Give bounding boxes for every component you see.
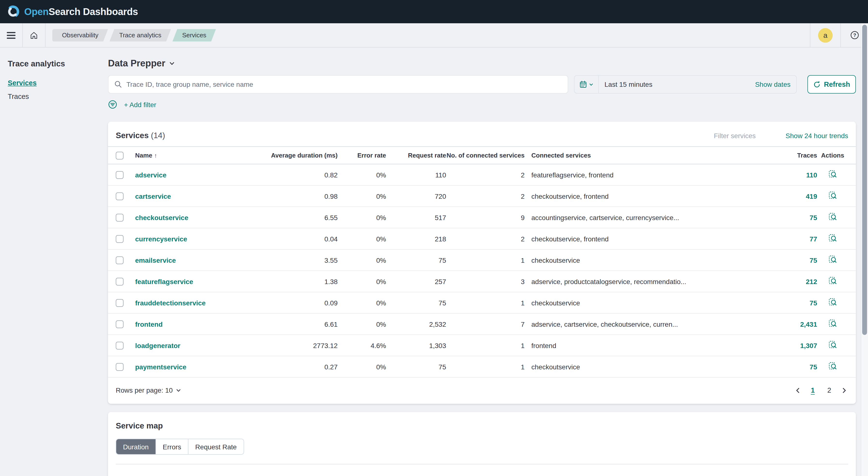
filter-icon[interactable] (108, 100, 117, 109)
show-trends-link[interactable]: Show 24 hour trends (786, 131, 848, 139)
row-checkbox[interactable] (116, 192, 124, 200)
row-checkbox[interactable] (116, 342, 124, 350)
error-rate-value: 0% (338, 171, 386, 179)
col-header-connected-services[interactable]: Connected services (525, 152, 759, 159)
datasource-label: Data Prepper (108, 58, 165, 69)
inspect-traces-icon[interactable] (828, 170, 837, 178)
refresh-icon (813, 81, 820, 88)
row-checkbox[interactable] (116, 171, 124, 179)
inspect-traces-icon[interactable] (828, 191, 837, 200)
menu-button[interactable] (0, 23, 22, 47)
home-button[interactable] (23, 23, 45, 47)
row-checkbox[interactable] (116, 278, 124, 286)
date-picker: Last 15 minutes Show dates (574, 75, 797, 94)
service-name-link[interactable]: paymentservice (135, 363, 186, 370)
traces-count-link[interactable]: 75 (810, 299, 817, 306)
filter-services-input[interactable] (714, 131, 767, 139)
search-input[interactable] (126, 81, 562, 88)
inspect-traces-icon[interactable] (828, 319, 837, 328)
sidebar-item-traces[interactable]: Traces (8, 93, 100, 100)
inspect-traces-icon[interactable] (828, 276, 837, 285)
inspect-traces-icon[interactable] (828, 362, 837, 370)
table-header-row: Name↑ Average duration (ms) Error rate R… (108, 146, 856, 164)
user-avatar[interactable]: a (818, 28, 833, 42)
inspect-traces-icon[interactable] (828, 340, 837, 349)
col-header-error-rate[interactable]: Error rate (338, 152, 386, 159)
scrollbar-thumb[interactable] (862, 25, 867, 335)
col-header-traces[interactable]: Traces (759, 152, 817, 159)
sidebar-item-services[interactable]: Services (8, 79, 100, 87)
datasource-selector[interactable]: Data Prepper (108, 58, 856, 69)
inspect-traces-icon[interactable] (828, 298, 837, 306)
traces-count-link[interactable]: 75 (810, 213, 817, 221)
row-checkbox[interactable] (116, 320, 124, 328)
connected-services-value: checkoutservice, frontend (525, 235, 759, 243)
rows-per-page-button[interactable]: Rows per page: 10 (116, 386, 181, 394)
toggle-errors-button[interactable]: Errors (155, 439, 188, 454)
toggle-duration-button[interactable]: Duration (116, 439, 155, 454)
breadcrumb-observability[interactable]: Observability (52, 29, 108, 41)
time-range-value[interactable]: Last 15 minutes (599, 81, 755, 88)
service-name-link[interactable]: emailservice (135, 256, 176, 264)
services-panel-title: Services (14) (116, 131, 165, 140)
table-row: checkoutservice 6.55 0% 517 9 accounting… (108, 207, 856, 228)
service-name-link[interactable]: currencyservice (135, 235, 187, 243)
service-name-link[interactable]: cartservice (135, 192, 171, 200)
traces-count-link[interactable]: 212 (806, 277, 817, 285)
col-header-name[interactable]: Name↑ (135, 152, 251, 159)
row-checkbox[interactable] (116, 299, 124, 307)
sort-asc-icon: ↑ (154, 152, 157, 159)
brand-header: OpenSearch Dashboards (0, 0, 868, 23)
opensearch-dashboards-app: OpenSearch Dashboards Observability (0, 0, 868, 476)
traces-count-link[interactable]: 110 (806, 171, 817, 179)
col-header-request-rate[interactable]: Request rate (386, 152, 446, 159)
service-name-link[interactable]: featureflagservice (135, 277, 193, 285)
help-icon[interactable]: ? (850, 31, 859, 40)
row-checkbox[interactable] (116, 363, 124, 371)
show-dates-link[interactable]: Show dates (755, 81, 796, 88)
table-row: emailservice 3.55 0% 75 1 checkoutservic… (108, 250, 856, 271)
filter-row: + Add filter (108, 100, 856, 109)
row-checkbox[interactable] (116, 235, 124, 243)
row-checkbox[interactable] (116, 257, 124, 264)
col-header-avg-duration[interactable]: Average duration (ms) (251, 152, 338, 159)
request-rate-value: 75 (386, 256, 446, 264)
services-panel-header: Services (14) Show 24 hour trends (108, 122, 856, 146)
avg-duration-value: 0.98 (251, 192, 338, 200)
refresh-button[interactable]: Refresh (807, 75, 856, 94)
inspect-traces-icon[interactable] (828, 212, 837, 221)
breadcrumb-trace-analytics[interactable]: Trace analytics (110, 29, 171, 41)
traces-count-link[interactable]: 1,307 (800, 341, 817, 349)
col-header-connected-count[interactable]: No. of connected services (446, 152, 525, 159)
service-name-link[interactable]: frauddetectionservice (135, 299, 206, 306)
service-map-panel: Service map Duration Errors Request Rate (108, 412, 856, 476)
next-page-icon[interactable] (840, 387, 848, 393)
service-name-link[interactable]: frontend (135, 320, 163, 328)
traces-count-link[interactable]: 77 (810, 235, 817, 243)
inspect-traces-icon[interactable] (828, 255, 837, 264)
svg-text:?: ? (853, 32, 856, 38)
traces-count-link[interactable]: 2,431 (800, 320, 817, 328)
breadcrumb: Observability Trace analytics Services (52, 29, 217, 41)
trace-search-field[interactable] (108, 75, 568, 94)
row-checkbox[interactable] (116, 214, 124, 221)
service-name-link[interactable]: loadgenerator (135, 341, 180, 349)
prev-page-icon[interactable] (794, 387, 802, 393)
select-all-checkbox[interactable] (116, 152, 124, 159)
brand-title: OpenSearch Dashboards (24, 6, 138, 17)
traces-count-link[interactable]: 75 (810, 256, 817, 264)
page-1-button[interactable]: 1 (807, 384, 818, 396)
toggle-request-rate-button[interactable]: Request Rate (188, 439, 243, 454)
connected-services-value: checkoutservice (525, 256, 759, 264)
service-name-link[interactable]: checkoutservice (135, 213, 188, 221)
table-row: loadgenerator 2773.12 4.6% 1,303 1 front… (108, 335, 856, 356)
quick-select-button[interactable] (575, 76, 598, 93)
breadcrumb-services[interactable]: Services (173, 29, 216, 41)
add-filter-link[interactable]: + Add filter (124, 100, 156, 108)
request-rate-value: 257 (386, 277, 446, 285)
page-2-button[interactable]: 2 (824, 384, 835, 396)
service-name-link[interactable]: adservice (135, 171, 166, 179)
traces-count-link[interactable]: 75 (810, 363, 817, 370)
traces-count-link[interactable]: 419 (806, 192, 817, 200)
inspect-traces-icon[interactable] (828, 234, 837, 242)
